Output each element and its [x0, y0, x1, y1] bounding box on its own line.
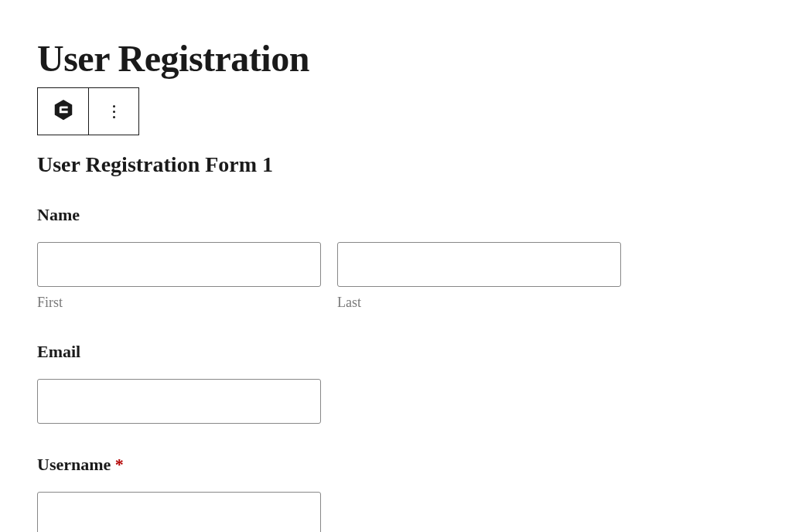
gravity-forms-icon [52, 98, 75, 124]
more-options-button[interactable] [88, 88, 138, 135]
last-name-sublabel: Last [337, 295, 621, 311]
form-title: User Registration Form 1 [37, 152, 792, 177]
email-label: Email [37, 342, 792, 362]
name-field-group: Name First Last [37, 205, 792, 311]
name-row: First Last [37, 242, 792, 311]
email-input[interactable] [37, 379, 321, 424]
username-label: Username * [37, 455, 792, 475]
last-name-col: Last [337, 242, 621, 311]
email-field-group: Email [37, 342, 792, 424]
required-indicator: * [115, 455, 124, 474]
block-toolbar [37, 87, 139, 135]
username-input[interactable] [37, 492, 321, 532]
more-vertical-icon [113, 105, 115, 118]
page-title: User Registration [37, 37, 792, 80]
first-name-input[interactable] [37, 242, 321, 287]
last-name-input[interactable] [337, 242, 621, 287]
first-name-col: First [37, 242, 321, 311]
first-name-sublabel: First [37, 295, 321, 311]
username-field-group: Username * [37, 455, 792, 532]
block-type-button[interactable] [38, 88, 88, 135]
name-label: Name [37, 205, 792, 225]
username-label-text: Username [37, 455, 111, 474]
